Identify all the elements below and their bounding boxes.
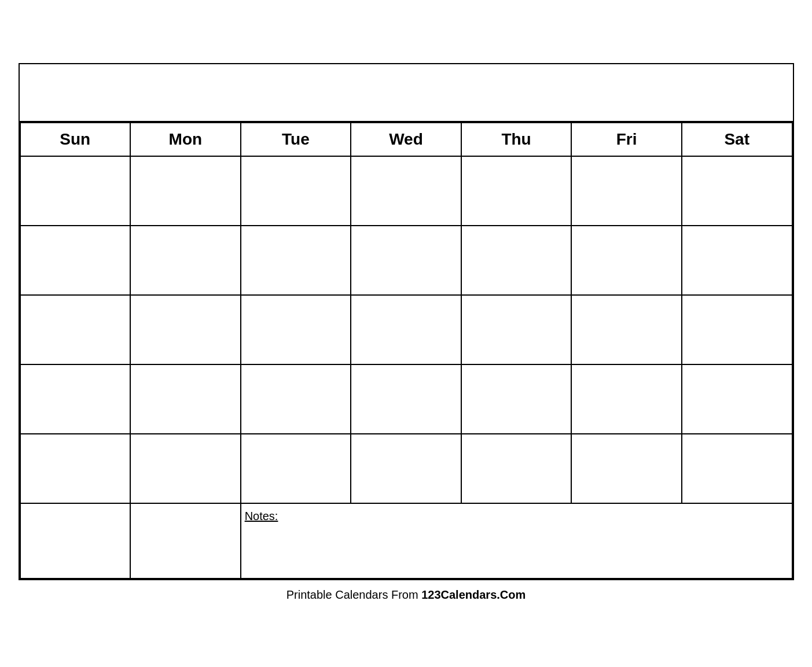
calendar-cell[interactable] — [20, 503, 131, 578]
calendar-cell[interactable] — [571, 364, 682, 434]
calendar-cell[interactable] — [351, 364, 461, 434]
calendar-cell[interactable] — [20, 295, 131, 364]
day-header-row: Sun Mon Tue Wed Thu Fri Sat — [20, 123, 792, 156]
footer: Printable Calendars From 123Calendars.Co… — [286, 580, 526, 604]
calendar-cell[interactable] — [461, 364, 572, 434]
calendar-cell[interactable] — [351, 295, 461, 364]
calendar-cell[interactable] — [571, 226, 682, 295]
calendar-row — [20, 156, 792, 226]
calendar-cell[interactable] — [241, 434, 351, 503]
calendar-title-area — [20, 64, 793, 122]
calendar-cell[interactable] — [130, 434, 241, 503]
calendar-cell[interactable] — [461, 295, 572, 364]
calendar-cell[interactable] — [130, 503, 241, 578]
header-sun: Sun — [20, 123, 131, 156]
calendar-cell[interactable] — [682, 434, 792, 503]
calendar-cell[interactable] — [682, 295, 792, 364]
calendar-cell[interactable] — [241, 226, 351, 295]
footer-text-bold: 123Calendars.Com — [421, 588, 526, 601]
calendar-cell[interactable] — [351, 434, 461, 503]
calendar-cell[interactable] — [130, 226, 241, 295]
calendar-cell[interactable] — [20, 156, 131, 226]
calendar-cell[interactable] — [571, 156, 682, 226]
calendar-cell[interactable] — [130, 364, 241, 434]
calendar-cell[interactable] — [461, 434, 572, 503]
calendar-cell[interactable] — [20, 226, 131, 295]
calendar-row — [20, 226, 792, 295]
calendar-cell[interactable] — [241, 295, 351, 364]
calendar-cell[interactable] — [571, 295, 682, 364]
calendar-cell[interactable] — [20, 364, 131, 434]
calendar-cell[interactable] — [130, 156, 241, 226]
calendar-row — [20, 295, 792, 364]
calendar-cell[interactable] — [351, 156, 461, 226]
calendar-cell[interactable] — [461, 226, 572, 295]
calendar-row — [20, 434, 792, 503]
header-thu: Thu — [461, 123, 572, 156]
calendar-cell[interactable] — [461, 156, 572, 226]
calendar-cell[interactable] — [241, 156, 351, 226]
header-sat: Sat — [682, 123, 792, 156]
calendar-row — [20, 364, 792, 434]
calendar-cell[interactable] — [241, 364, 351, 434]
notes-cell[interactable]: Notes: — [241, 503, 792, 578]
footer-text-normal: Printable Calendars From — [286, 588, 421, 601]
calendar-grid: Sun Mon Tue Wed Thu Fri Sat — [20, 122, 793, 579]
calendar-cell[interactable] — [682, 364, 792, 434]
calendar-container: Sun Mon Tue Wed Thu Fri Sat — [19, 63, 794, 580]
calendar-cell[interactable] — [571, 434, 682, 503]
calendar-cell[interactable] — [682, 156, 792, 226]
header-tue: Tue — [241, 123, 351, 156]
header-mon: Mon — [130, 123, 241, 156]
header-fri: Fri — [571, 123, 682, 156]
notes-label: Notes: — [245, 510, 278, 522]
header-wed: Wed — [351, 123, 461, 156]
calendar-cell[interactable] — [130, 295, 241, 364]
calendar-cell[interactable] — [682, 226, 792, 295]
calendar-cell[interactable] — [351, 226, 461, 295]
calendar-cell[interactable] — [20, 434, 131, 503]
notes-row: Notes: — [20, 503, 792, 578]
